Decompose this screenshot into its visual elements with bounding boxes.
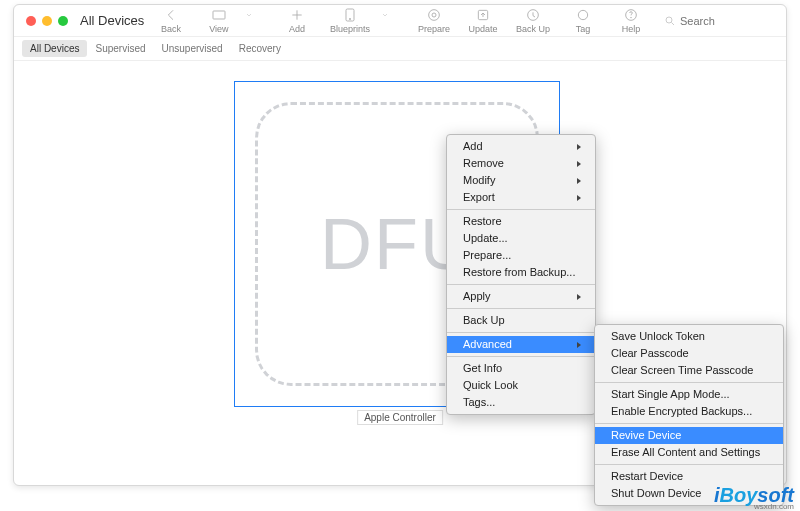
- add-button[interactable]: Add: [282, 7, 312, 34]
- back-button[interactable]: Back: [156, 7, 186, 34]
- menu-apply[interactable]: Apply: [447, 288, 595, 305]
- svg-rect-1: [346, 9, 354, 21]
- submenu-save-token[interactable]: Save Unlock Token: [595, 328, 783, 345]
- filter-recovery[interactable]: Recovery: [231, 40, 289, 57]
- blueprints-label: Blueprints: [330, 24, 370, 34]
- back-label: Back: [161, 24, 181, 34]
- menu-advanced[interactable]: Advanced: [447, 336, 595, 353]
- menu-sep: [447, 356, 595, 357]
- svg-rect-0: [213, 11, 225, 19]
- view-button[interactable]: View: [204, 7, 234, 34]
- menu-export[interactable]: Export: [447, 189, 595, 206]
- menu-backup[interactable]: Back Up: [447, 312, 595, 329]
- backup-button[interactable]: Back Up: [516, 7, 550, 34]
- menu-restore[interactable]: Restore: [447, 213, 595, 230]
- menu-getinfo[interactable]: Get Info: [447, 360, 595, 377]
- submenu-clear-passcode[interactable]: Clear Passcode: [595, 345, 783, 362]
- help-button[interactable]: Help: [616, 7, 646, 34]
- menu-sep: [447, 332, 595, 333]
- device-label: Apple Controller: [357, 410, 443, 425]
- plus-icon: [289, 7, 305, 23]
- menu-quicklook[interactable]: Quick Look: [447, 377, 595, 394]
- blueprints-icon: [342, 7, 358, 23]
- submenu-encrypted-backups[interactable]: Enable Encrypted Backups...: [595, 403, 783, 420]
- submenu-single-app[interactable]: Start Single App Mode...: [595, 386, 783, 403]
- submenu-revive[interactable]: Revive Device: [595, 427, 783, 444]
- menu-restore-backup[interactable]: Restore from Backup...: [447, 264, 595, 281]
- context-menu: Add Remove Modify Export Restore Update.…: [446, 134, 596, 415]
- tag-icon: [575, 7, 591, 23]
- update-button[interactable]: Update: [468, 7, 498, 34]
- titlebar: All Devices Back View Add: [14, 5, 786, 37]
- prepare-label: Prepare: [418, 24, 450, 34]
- menu-prepare[interactable]: Prepare...: [447, 247, 595, 264]
- menu-update[interactable]: Update...: [447, 230, 595, 247]
- menu-sep: [595, 464, 783, 465]
- chevron-down-icon: [245, 7, 253, 23]
- svg-point-4: [432, 13, 436, 17]
- svg-point-9: [631, 17, 632, 18]
- menu-sep: [447, 308, 595, 309]
- prepare-button[interactable]: Prepare: [418, 7, 450, 34]
- menu-sep: [595, 382, 783, 383]
- grid-icon: [211, 7, 227, 23]
- tag-button[interactable]: Tag: [568, 7, 598, 34]
- submenu-erase[interactable]: Erase All Content and Settings: [595, 444, 783, 461]
- filter-unsupervised[interactable]: Unsupervised: [154, 40, 231, 57]
- update-label: Update: [468, 24, 497, 34]
- menu-modify[interactable]: Modify: [447, 172, 595, 189]
- back-icon: [163, 7, 179, 23]
- submenu-clear-screen[interactable]: Clear Screen Time Passcode: [595, 362, 783, 379]
- minimize-window[interactable]: [42, 16, 52, 26]
- view-dropdown[interactable]: [234, 7, 264, 23]
- svg-point-7: [578, 10, 587, 19]
- filter-bar: All Devices Supervised Unsupervised Reco…: [14, 37, 786, 61]
- window-controls: [26, 16, 68, 26]
- menu-sep: [595, 423, 783, 424]
- submenu-advanced: Save Unlock Token Clear Passcode Clear S…: [594, 324, 784, 506]
- help-icon: [623, 7, 639, 23]
- window-title: All Devices: [80, 13, 144, 28]
- view-label: View: [209, 24, 228, 34]
- add-label: Add: [289, 24, 305, 34]
- filter-all[interactable]: All Devices: [22, 40, 87, 57]
- prepare-icon: [426, 7, 442, 23]
- search-input[interactable]: [680, 15, 740, 27]
- update-icon: [475, 7, 491, 23]
- help-label: Help: [622, 24, 641, 34]
- toolbar: Back View Add Blueprints: [156, 7, 774, 34]
- close-window[interactable]: [26, 16, 36, 26]
- menu-tags[interactable]: Tags...: [447, 394, 595, 411]
- filter-supervised[interactable]: Supervised: [87, 40, 153, 57]
- svg-point-2: [349, 18, 350, 19]
- maximize-window[interactable]: [58, 16, 68, 26]
- search-icon: [664, 15, 676, 27]
- backup-icon: [525, 7, 541, 23]
- blueprints-dropdown[interactable]: [370, 7, 400, 23]
- watermark-url: wsxdn.com: [754, 502, 794, 511]
- blueprints-button[interactable]: Blueprints: [330, 7, 370, 34]
- tag-label: Tag: [576, 24, 591, 34]
- menu-sep: [447, 209, 595, 210]
- search-field[interactable]: [664, 15, 774, 27]
- menu-sep: [447, 284, 595, 285]
- menu-add[interactable]: Add: [447, 138, 595, 155]
- svg-point-10: [666, 17, 672, 23]
- chevron-down-icon: [381, 7, 389, 23]
- backup-label: Back Up: [516, 24, 550, 34]
- svg-point-3: [429, 10, 440, 21]
- menu-remove[interactable]: Remove: [447, 155, 595, 172]
- submenu-restart[interactable]: Restart Device: [595, 468, 783, 485]
